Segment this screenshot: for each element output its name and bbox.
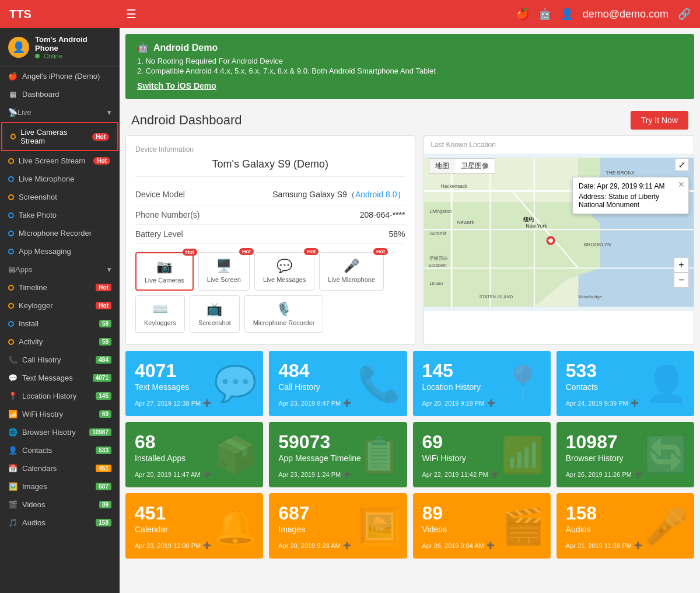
- sidebar-item-timeline[interactable]: Timeline Hot: [0, 278, 120, 296]
- qa-messages-icon: 💬: [263, 259, 306, 274]
- svg-text:纽约: 纽约: [522, 216, 533, 222]
- sidebar-item-mic-recorder[interactable]: Microphone Recorder: [0, 224, 120, 242]
- stat-card-installed-apps[interactable]: 📦 68 Installed Apps Apr 20, 2019 11:47 A…: [125, 422, 263, 487]
- sidebar-item-calendars[interactable]: 📅 Calendars 451: [0, 459, 120, 477]
- sidebar-item-location-history[interactable]: 📍 Location History 145: [0, 387, 120, 405]
- stat-card-location-history[interactable]: 📍 145 Location History Apr 20, 2019 9:19…: [413, 351, 551, 416]
- live-section-icon: 📡: [8, 108, 18, 117]
- battery-value: 58%: [388, 229, 405, 239]
- map-zoom-out[interactable]: −: [674, 273, 689, 288]
- stat-card-wifi-history[interactable]: 📶 69 WiFi History Apr 22, 2019 11:42 PM …: [413, 422, 551, 487]
- stat-card-calendar[interactable]: 🔔 451 Calendar Apr 23, 2019 12:00 PM ➕: [125, 493, 263, 559]
- qa-mic-recorder[interactable]: 🎙️ Microphone Recorder: [244, 295, 324, 333]
- sidebar-item-keylogger[interactable]: Keylogger Hot: [0, 296, 120, 315]
- map-container[interactable]: Hackensack THE BRONX QUEENS Livingston S…: [424, 154, 694, 311]
- try-it-now-button[interactable]: Try It Now: [631, 111, 688, 130]
- qa-mic-recorder-label: Microphone Recorder: [253, 319, 315, 326]
- sidebar-device[interactable]: 👤 Tom's Android Phone Online: [0, 28, 120, 67]
- sidebar-item-wifi-history[interactable]: 📶 WiFi Hisotry 69: [0, 405, 120, 423]
- user-avatar[interactable]: 👤: [561, 8, 573, 20]
- qa-live-screen[interactable]: Hot 🖥️ Live Screen: [198, 252, 250, 291]
- sidebar-item-take-photo[interactable]: Take Photo: [0, 206, 120, 224]
- qa-cameras-icon: 📷: [145, 259, 184, 274]
- android-icon[interactable]: 🤖: [538, 8, 551, 20]
- stat-card-text-messages[interactable]: 💬 4071 Text Messages Apr 27, 2019 12:38 …: [125, 351, 263, 416]
- location-icon: 📍: [8, 392, 18, 400]
- sidebar-secondary-device[interactable]: 🍎 Angel's iPhone (Demo): [0, 67, 120, 85]
- sidebar-item-text-messages[interactable]: 💬 Text Messages 4071: [0, 369, 120, 387]
- live-cameras-dot: [10, 134, 16, 139]
- sidebar-item-live-mic[interactable]: Live Microphone: [0, 170, 120, 188]
- map-tab-satellite[interactable]: 卫星图像: [455, 159, 495, 173]
- android-version-link[interactable]: Android 8.0: [355, 190, 397, 199]
- stat-card-audios[interactable]: 🎤 158 Audios Apr 21, 2019 11:38 PM ➕: [556, 493, 694, 559]
- stat-date: Apr 20, 2019 9:19 PM ➕: [422, 399, 541, 407]
- sidebar-live-section[interactable]: 📡 Live ▾: [0, 103, 120, 121]
- qa-live-microphone[interactable]: Hot 🎤 Live Microphone: [319, 252, 384, 291]
- stat-icon: 🔔: [214, 505, 257, 547]
- map-popup: ✕ Date: Apr 29, 2019 9:11 AM Address: St…: [572, 177, 689, 214]
- qa-microphone-hot: Hot: [373, 248, 388, 255]
- sidebar-item-install[interactable]: Install 59: [0, 315, 120, 333]
- stat-card-app-message-timeline[interactable]: 📋 59073 App Message Timeline Apr 23, 201…: [269, 422, 407, 487]
- map-popup-address: Address: Statue of Liberty National Monu…: [579, 193, 682, 209]
- videos-icon: 🎬: [8, 500, 18, 509]
- apps-chevron-icon: ▾: [107, 265, 111, 274]
- qa-screenshot[interactable]: 📺 Screenshot: [190, 295, 240, 333]
- stat-label: Videos: [422, 525, 447, 534]
- sidebar-item-live-cameras[interactable]: Live Cameras Stream Hot: [1, 122, 118, 151]
- stat-card-images[interactable]: 🖼️ 687 Images Apr 20, 2019 9:23 AM ➕: [269, 493, 407, 559]
- sidebar-item-app-messaging[interactable]: App Messaging: [0, 242, 120, 260]
- qa-microphone-label: Live Microphone: [328, 276, 375, 283]
- qa-live-messages[interactable]: Hot 💬 Live Messages: [254, 252, 314, 291]
- sidebar-item-screenshot[interactable]: Screenshot: [0, 188, 120, 206]
- info-row-model: Device Model Samsung Galaxy S9（Android 8…: [135, 185, 405, 205]
- map-zoom-in[interactable]: +: [674, 257, 689, 273]
- stat-label: Calendar: [135, 525, 168, 534]
- stat-icon: 🔄: [645, 434, 688, 476]
- calendars-badge: 451: [96, 465, 111, 472]
- switch-ios-link[interactable]: Switch To iOS Demo: [137, 81, 216, 90]
- sidebar-item-videos[interactable]: 🎬 Videos 89: [0, 496, 120, 514]
- apple-icon[interactable]: 🍎: [516, 8, 529, 20]
- sidebar-item-images[interactable]: 🖼️ Images 687: [0, 477, 120, 496]
- stat-card-contacts[interactable]: 👤 533 Contacts Apr 24, 2019 9:39 PM ➕: [556, 351, 694, 416]
- map-tab-map[interactable]: 地图: [429, 159, 455, 173]
- body-layout: 👤 Tom's Android Phone Online 🍎 Angel's i…: [0, 28, 700, 593]
- contacts-icon: 👤: [8, 446, 18, 455]
- qa-keyloggers[interactable]: ⌨️ Keyloggers: [135, 295, 185, 333]
- live-screen-hot-badge: Hot: [93, 157, 110, 165]
- banner-line2: 2. Compatible Android 4.4.x, 5.x, 6.x, 7…: [137, 67, 682, 75]
- stat-date: Apr 26, 2019 9:04 AM ➕: [422, 542, 541, 549]
- map-popup-close[interactable]: ✕: [678, 180, 685, 189]
- stat-date: Apr 27, 2019 12:38 PM ➕: [135, 399, 254, 407]
- qa-live-cameras[interactable]: Hot 📷 Live Cameras: [135, 252, 194, 291]
- map-popup-date: Date: Apr 29, 2019 9:11 AM: [579, 182, 682, 190]
- sidebar-item-contacts[interactable]: 👤 Contacts 533: [0, 441, 120, 459]
- stat-icon: 📍: [501, 363, 545, 404]
- stat-date: Apr 23, 2019 12:00 PM ➕: [135, 542, 254, 549]
- stat-icon: 📦: [214, 434, 257, 476]
- sidebar-dashboard[interactable]: ▦ Dashboard: [0, 85, 120, 103]
- sidebar-item-activity[interactable]: Activity 59: [0, 333, 120, 351]
- sidebar-item-call-history[interactable]: 📞 Call Hisotry 484: [0, 351, 120, 369]
- audios-icon: 🎵: [8, 518, 18, 527]
- map-fullscreen-btn[interactable]: ⤢: [675, 158, 689, 171]
- stat-date: Apr 26, 2019 11:26 PM ➕: [566, 470, 685, 478]
- stat-card-call-history[interactable]: 📞 484 Call History Apr 23, 2019 8:47 PM …: [269, 351, 407, 416]
- stat-label: Contacts: [566, 382, 598, 392]
- share-icon[interactable]: 🔗: [678, 8, 691, 20]
- stat-card-videos[interactable]: 🎬 89 Videos Apr 26, 2019 9:04 AM ➕: [413, 493, 551, 559]
- stat-card-browser-history[interactable]: 🔄 10987 Browser History Apr 26, 2019 11:…: [556, 422, 694, 487]
- phone-label: Phone Number(s): [135, 210, 200, 219]
- sidebar-item-audios[interactable]: 🎵 Audios 158: [0, 514, 120, 532]
- stat-date: Apr 22, 2019 11:42 PM ➕: [422, 470, 541, 478]
- qa-microphone-icon: 🎤: [328, 259, 375, 274]
- sidebar-apps-section[interactable]: ▤ Apps ▾: [0, 260, 120, 278]
- stat-label: App Message Timeline: [278, 454, 361, 463]
- sidebar-item-browser-history[interactable]: 🌐 Browser Hisotry 10987: [0, 423, 120, 441]
- stat-label: Audios: [566, 525, 591, 534]
- sidebar-item-live-screen[interactable]: Live Screen Stream Hot: [0, 152, 120, 170]
- hamburger-menu[interactable]: ☰: [126, 7, 136, 21]
- two-column-layout: Device Information Tom's Galaxy S9 (Demo…: [120, 135, 700, 351]
